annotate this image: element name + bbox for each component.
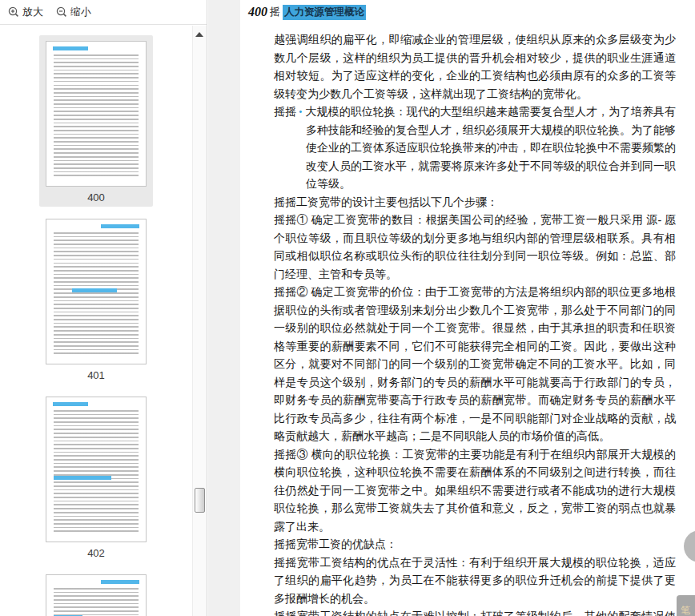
magnifier-plus-icon	[8, 6, 19, 18]
scrollbar-thumb[interactable]	[195, 488, 205, 513]
page-sheet: 400 摇 人力资源管理概论 越强调组织的扁平化，即缩减企业的管理层级，使组织从…	[240, 0, 695, 616]
paragraph: 摇摇宽带工资结构的优点在于灵活性：有利于组织开展大规模的职位轮换，适应了组织的扁…	[274, 554, 676, 609]
thumbnail-highlight-mid-left	[54, 476, 111, 480]
note-button[interactable]: 笔	[677, 595, 695, 616]
thumbnail-page-402[interactable]: 402	[39, 391, 153, 562]
paragraph: 摇摇① 确定工资宽带的数目：根据美国公司的经验，宽带工资一般只采用 源- 愿个职…	[274, 211, 676, 284]
thumbnail-highlight-header-right	[101, 580, 139, 584]
thumbnail-page-label: 402	[87, 547, 105, 560]
paragraph-space-marker: 摇摇	[274, 106, 296, 118]
page-header: 400 摇 人力资源管理概论	[248, 3, 676, 21]
reader-content-area: 400 摇 人力资源管理概论 越强调组织的扁平化，即缩减企业的管理层级，使组织从…	[208, 0, 695, 616]
thumbnail-sidebar: 放大 缩小 400401402	[0, 0, 207, 616]
zoom-out-button[interactable]: 缩小	[56, 5, 91, 19]
note-button-label: 笔	[681, 605, 690, 616]
sidebar-scrollbar[interactable]	[192, 26, 207, 616]
thumbnail-highlight-header-left	[53, 46, 88, 50]
thumbnail-list: 400401402	[0, 26, 192, 616]
thumbnail-preview	[46, 219, 147, 364]
thumbnail-page-label: 401	[87, 369, 105, 382]
zoom-in-label: 放大	[22, 5, 43, 19]
thumbnail-highlight-header-left	[53, 402, 88, 406]
thumbnail-preview	[46, 574, 147, 616]
thumbnail-text-lines	[54, 232, 139, 356]
scroll-up-arrow-icon[interactable]	[195, 32, 203, 37]
paragraph: 摇摇工资宽带的设计主要包括以下几个步骤：	[274, 194, 676, 212]
thumbnail-text-lines	[54, 588, 139, 616]
paragraph: 摇摇•大规模的职位轮换：现代的大型组织越来越需要复合型人才，为了培养具有多种技能…	[274, 103, 676, 194]
thumbnail-page-400[interactable]: 400	[39, 35, 153, 207]
paragraph: 摇摇宽带工资结构的缺点在于难以控制：打破了等级制约后，其他的配套情况使工资结构面…	[274, 608, 676, 616]
paragraph: 越强调组织的扁平化，即缩减企业的管理层级，使组织从原来的众多层级变为少数几个层级…	[274, 31, 676, 103]
thumbnail-preview	[46, 41, 147, 187]
magnifier-minus-icon	[56, 6, 67, 18]
paragraph: 摇摇宽带工资的优缺点：	[274, 536, 676, 554]
zoom-in-button[interactable]: 放大	[8, 5, 43, 19]
thumbnail-preview	[46, 397, 147, 542]
book-title-highlight: 人力资源管理概论	[283, 5, 366, 20]
header-separator: 摇	[270, 5, 280, 19]
thumbnail-text-lines	[54, 54, 139, 179]
paragraph: 摇摇③ 横向的职位轮换：工资宽带的主要功能是有利于在组织内部展开大规模的横向职位…	[274, 446, 676, 537]
thumbnail-page-401[interactable]: 401	[39, 213, 153, 384]
page-body: 越强调组织的扁平化，即缩减企业的管理层级，使组织从原来的众多层级变为少数几个层级…	[274, 31, 676, 616]
thumbnail-highlight-mid-center	[72, 288, 117, 292]
page-number: 400	[248, 5, 267, 19]
ebook-reader-window: { "toolbar": { "zoom_in_label": "放大", "z…	[0, 0, 695, 616]
thumbnail-highlight-header-right	[101, 224, 139, 228]
list-bullet-icon: •	[296, 106, 306, 118]
thumbnail-page-partial[interactable]	[39, 569, 153, 616]
thumbnail-page-label: 400	[87, 191, 105, 204]
thumbnail-text-lines	[54, 410, 139, 534]
zoom-toolbar: 放大 缩小	[0, 0, 207, 25]
paragraph: 摇摇② 确定工资宽带的价位：由于工资宽带的方法是将组织内部的职位更多地根据职位的…	[274, 284, 676, 446]
zoom-out-label: 缩小	[70, 5, 91, 19]
